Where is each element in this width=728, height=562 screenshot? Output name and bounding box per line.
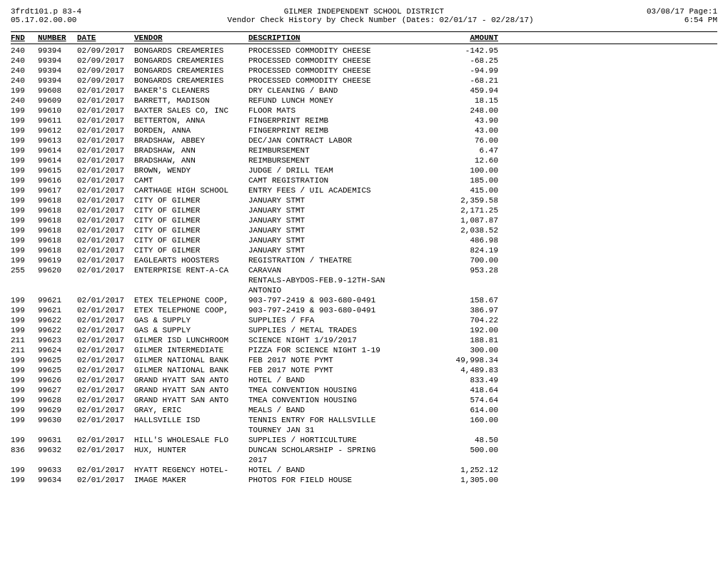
cell-amount: 248.00 [434, 106, 498, 115]
cell-date: 02/01/2017 [77, 226, 134, 235]
table-row: 199 99618 02/01/2017 CITY OF GILMER JANU… [11, 215, 717, 225]
table-row: 2017 [11, 455, 717, 465]
cell-desc: SUPPLIES / METAL TRADES [248, 326, 434, 334]
cell-amount: 49,998.34 [434, 356, 498, 364]
cell-vendor: IMAGE MAKER [134, 476, 248, 484]
cell-number: 99628 [38, 396, 77, 404]
cell-desc: ENTRY FEES / UIL ACADEMICS [248, 186, 434, 195]
cell-amount: 614.00 [434, 406, 498, 414]
cell-date: 02/01/2017 [77, 356, 134, 364]
cell-amount: -94.99 [434, 66, 498, 75]
table-row: 199 99629 02/01/2017 GRAY, ERIC MEALS / … [11, 405, 717, 415]
cell-date: 02/01/2017 [77, 256, 134, 265]
cell-fnd: 199 [11, 226, 38, 235]
cell-fnd: 199 [11, 296, 38, 305]
col-header-desc: DESCRIPTION [248, 34, 434, 42]
cell-vendor: GAS & SUPPLY [134, 316, 248, 325]
cell-date: 02/01/2017 [77, 106, 134, 115]
cell-desc: JANUARY STMT [248, 246, 434, 255]
table-row: 199 99618 02/01/2017 CITY OF GILMER JANU… [11, 245, 717, 255]
cell-desc: 903-797-2419 & 903-680-0491 [248, 296, 434, 305]
table-row: 199 99610 02/01/2017 BAXTER SALES CO, IN… [11, 106, 717, 116]
cell-number: 99613 [38, 136, 77, 145]
cell-date: 02/01/2017 [77, 406, 134, 414]
cell-vendor [134, 426, 248, 434]
cell-amount: 824.19 [434, 246, 498, 255]
report-header: 3frdt101.p 83-4 GILMER INDEPENDENT SCHOO… [11, 7, 717, 24]
cell-vendor: GRAND HYATT SAN ANTO [134, 376, 248, 384]
table-row: 199 99608 02/01/2017 BAKER'S CLEANERS DR… [11, 86, 717, 96]
table-row: 211 99624 02/01/2017 GILMER INTERMEDIATE… [11, 345, 717, 355]
table-row: 199 99627 02/01/2017 GRAND HYATT SAN ANT… [11, 385, 717, 395]
cell-date: 02/09/2017 [77, 56, 134, 65]
cell-amount: 76.00 [434, 136, 498, 145]
cell-vendor: BETTERTON, ANNA [134, 116, 248, 125]
cell-fnd: 199 [11, 156, 38, 165]
cell-amount: 43.90 [434, 116, 498, 125]
cell-vendor: HUX, HUNTER [134, 446, 248, 454]
cell-vendor: BONGARDS CREAMERIES [134, 56, 248, 65]
table-row: 199 99625 02/01/2017 GILMER NATIONAL BAN… [11, 355, 717, 365]
table-row: 199 99618 02/01/2017 CITY OF GILMER JANU… [11, 195, 717, 205]
cell-fnd: 199 [11, 436, 38, 444]
cell-desc: 2017 [248, 456, 434, 464]
cell-number: 99615 [38, 166, 77, 175]
cell-desc: JANUARY STMT [248, 236, 434, 245]
cell-date [77, 276, 134, 285]
report-id: 3frdt101.p 83-4 [11, 7, 81, 16]
report-date-page: 03/08/17 Page:1 [647, 7, 717, 16]
cell-desc: TMEA CONVENTION HOUSING [248, 396, 434, 404]
cell-vendor: ENTERPRISE RENT-A-CA [134, 266, 248, 275]
cell-vendor: BORDEN, ANNA [134, 126, 248, 135]
cell-fnd: 199 [11, 86, 38, 95]
table-row: 199 99614 02/01/2017 BRADSHAW, ANN REIMB… [11, 155, 717, 165]
cell-desc: HOTEL / BAND [248, 376, 434, 384]
cell-fnd [11, 286, 38, 295]
cell-fnd [11, 426, 38, 434]
cell-date: 02/01/2017 [77, 186, 134, 195]
cell-date: 02/01/2017 [77, 96, 134, 105]
table-row: 199 99616 02/01/2017 CAMT CAMT REGISTRAT… [11, 175, 717, 185]
cell-desc: MEALS / BAND [248, 406, 434, 414]
table-row: 240 99394 02/09/2017 BONGARDS CREAMERIES… [11, 76, 717, 86]
cell-amount: 415.00 [434, 186, 498, 195]
cell-amount: 459.94 [434, 86, 498, 95]
cell-number: 99630 [38, 416, 77, 424]
cell-date: 02/01/2017 [77, 196, 134, 205]
cell-desc: SUPPLIES / HORTICULTURE [248, 436, 434, 444]
cell-fnd: 199 [11, 116, 38, 125]
cell-date: 02/01/2017 [77, 136, 134, 145]
cell-amount: 48.50 [434, 436, 498, 444]
table-row: 199 99622 02/01/2017 GAS & SUPPLY SUPPLI… [11, 325, 717, 335]
table-row: 199 99621 02/01/2017 ETEX TELEPHONE COOP… [11, 305, 717, 315]
cell-vendor [134, 276, 248, 285]
cell-desc: RENTALS-ABYDOS-FEB.9-12TH-SAN [248, 276, 434, 285]
cell-vendor: GRAND HYATT SAN ANTO [134, 386, 248, 394]
cell-amount: 6.47 [434, 146, 498, 155]
cell-fnd: 211 [11, 346, 38, 354]
cell-vendor: GILMER NATIONAL BANK [134, 356, 248, 364]
cell-fnd: 836 [11, 446, 38, 454]
cell-date: 02/01/2017 [77, 246, 134, 255]
cell-amount: 2,359.58 [434, 196, 498, 205]
cell-desc: REFUND LUNCH MONEY [248, 96, 434, 105]
report-time: 6:54 PM [684, 16, 717, 24]
cell-number: 99394 [38, 46, 77, 55]
cell-fnd: 199 [11, 476, 38, 484]
cell-amount: 2,038.52 [434, 226, 498, 235]
cell-number: 99617 [38, 186, 77, 195]
cell-amount: 160.00 [434, 416, 498, 424]
cell-desc: TMEA CONVENTION HOUSING [248, 386, 434, 394]
cell-vendor: CITY OF GILMER [134, 206, 248, 215]
cell-vendor: CITY OF GILMER [134, 236, 248, 245]
cell-vendor: HYATT REGENCY HOTEL- [134, 466, 248, 474]
cell-date: 02/01/2017 [77, 316, 134, 325]
table-row: 211 99623 02/01/2017 GILMER ISD LUNCHROO… [11, 335, 717, 345]
cell-number [38, 276, 77, 285]
cell-fnd [11, 276, 38, 285]
cell-desc: JUDGE / DRILL TEAM [248, 166, 434, 175]
cell-fnd: 240 [11, 66, 38, 75]
cell-desc: 903-797-2419 & 903-680-0491 [248, 306, 434, 315]
cell-number: 99618 [38, 206, 77, 215]
cell-desc: PROCESSED COMMODITY CHEESE [248, 46, 434, 55]
